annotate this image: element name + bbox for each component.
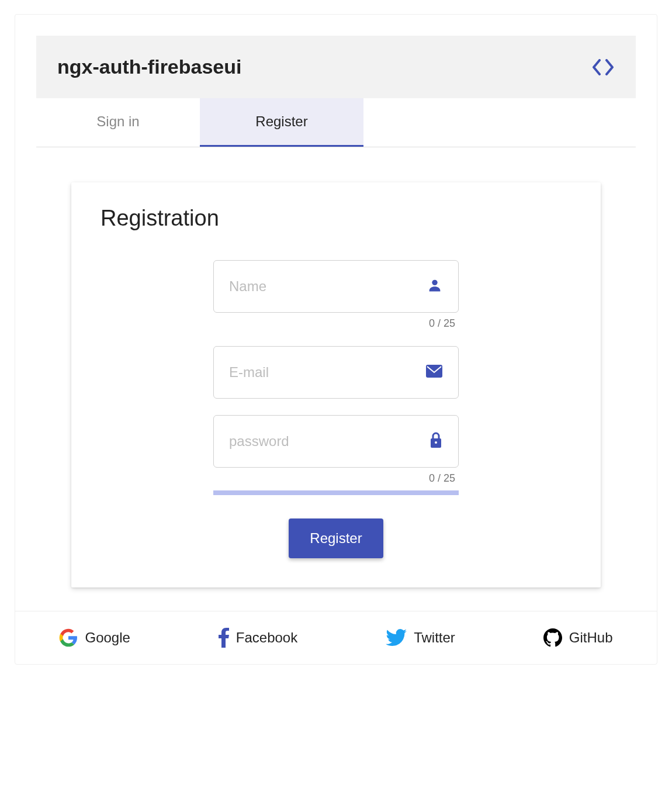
google-icon: [59, 628, 78, 647]
twitter-icon: [386, 629, 407, 647]
provider-twitter[interactable]: Twitter: [386, 629, 455, 647]
provider-label: Google: [85, 630, 130, 646]
header-title: ngx-auth-firebaseui: [57, 56, 241, 78]
view-source-button[interactable]: [591, 59, 615, 75]
auth-providers: Google Facebook Twitter: [15, 611, 657, 664]
name-field-wrap: 0 / 25: [213, 260, 459, 330]
provider-label: Facebook: [236, 630, 297, 646]
provider-facebook[interactable]: Facebook: [219, 628, 297, 648]
name-field-box: [213, 260, 459, 313]
password-strength-bar: [213, 490, 459, 495]
name-input[interactable]: [229, 278, 420, 295]
facebook-icon: [219, 628, 229, 648]
registration-card: Registration 0 / 25: [71, 182, 601, 587]
card-title: Registration: [101, 206, 571, 231]
provider-google[interactable]: Google: [59, 628, 130, 647]
lock-icon: [429, 431, 443, 451]
provider-label: GitHub: [569, 630, 613, 646]
tab-sign-in[interactable]: Sign in: [36, 98, 200, 147]
github-icon: [543, 628, 562, 647]
header-bar: ngx-auth-firebaseui: [36, 36, 636, 98]
auth-tabs: Sign in Register: [36, 98, 636, 147]
email-field-wrap: [213, 346, 459, 399]
email-input[interactable]: [229, 364, 418, 381]
name-char-counter: 0 / 25: [213, 313, 459, 330]
mail-icon: [425, 364, 443, 381]
tab-label: Register: [255, 113, 307, 129]
password-input[interactable]: [229, 433, 422, 450]
register-button[interactable]: Register: [289, 518, 383, 558]
person-icon: [427, 277, 443, 296]
tab-label: Sign in: [96, 113, 139, 129]
password-field-wrap: 0 / 25: [213, 415, 459, 485]
svg-point-3: [435, 441, 437, 444]
component-card: ngx-auth-firebaseui Sign in Register Reg…: [15, 14, 657, 665]
code-icon: [591, 59, 615, 75]
svg-rect-1: [426, 365, 442, 378]
password-char-counter: 0 / 25: [213, 468, 459, 485]
svg-point-0: [432, 280, 437, 285]
content-area: Registration 0 / 25: [36, 147, 636, 611]
tab-register[interactable]: Register: [200, 98, 363, 147]
provider-github[interactable]: GitHub: [543, 628, 613, 647]
email-field-box: [213, 346, 459, 399]
provider-label: Twitter: [414, 630, 455, 646]
register-button-label: Register: [310, 530, 362, 546]
password-field-box: [213, 415, 459, 468]
registration-form: 0 / 25: [101, 260, 571, 558]
